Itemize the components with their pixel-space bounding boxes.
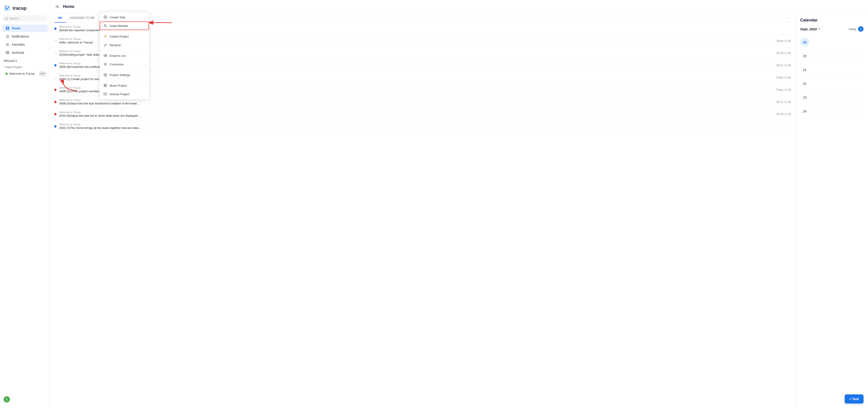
submenu-arrow-icon: › [145, 84, 145, 87]
task-project: Welcome to Tracup [59, 86, 774, 89]
menu-item-move-project[interactable]: Move Project › [100, 81, 149, 90]
task-project: Welcome to Tracup [59, 62, 774, 65]
calendar-day-row[interactable]: 23 [800, 90, 864, 104]
task-time: Today 11:00 [776, 39, 791, 42]
task-name: #006 (3) Invite project members and set … [59, 90, 774, 93]
page-title: Home [63, 4, 74, 9]
add-task-button[interactable]: + Task [845, 395, 864, 404]
menu-item-archive-project[interactable]: Archive Project [100, 90, 149, 98]
task-name: #004 (1) Create project for work managem… [59, 77, 774, 81]
menu-label-project-settings: Project Settings [110, 73, 130, 77]
menu-item-collect-project[interactable]: Collect Project [100, 32, 149, 41]
favorites-icon [5, 42, 9, 47]
task-project: Welcome to Tracup [59, 37, 774, 40]
calendar-month-selector[interactable]: Sept, 2022 [800, 27, 820, 31]
task-project: Welcome to Tracup [59, 50, 774, 53]
calendar-day-row[interactable]: 19 [800, 35, 864, 49]
task-name: #002 (7)The Home brings all the tasks to… [59, 126, 788, 129]
calendar-day-number: 19 [800, 37, 809, 47]
calendar-day-number: 20 [800, 51, 809, 60]
task-status-dot [54, 28, 57, 30]
person-plus-icon [103, 24, 107, 28]
menu-label-move-project: Move Project [110, 84, 127, 87]
add-task-label: + Task [849, 397, 859, 401]
menu-item-project-settings[interactable]: Project Settings [100, 70, 149, 79]
svg-rect-4 [8, 27, 9, 28]
task-item[interactable]: Welcome to Tracup Hello, welcome to Trac… [50, 35, 796, 47]
menu-item-rename[interactable]: Rename [100, 41, 149, 49]
submenu-arrow-icon: › [145, 63, 145, 66]
task-item[interactable]: Welcome to Tracup (6)Add the required co… [50, 23, 796, 35]
menu-label-collect-project: Collect Project [110, 35, 129, 38]
sidebar-item-favorites[interactable]: Favorites [2, 41, 48, 49]
calendar-day-number: 21 [800, 65, 809, 74]
task-status-dot [54, 125, 57, 127]
task-content: Welcome to Tracup #004 (1) Create projec… [59, 74, 774, 81]
calendar-days: 19 20 21 22 23 [800, 35, 864, 118]
task-name: #009 (8)Customize the notification conte… [59, 65, 774, 68]
calendar-day-row[interactable]: 24 [800, 104, 864, 118]
home-icon [5, 26, 9, 30]
task-name: (2)Allocating proper "task status and ty… [59, 53, 774, 56]
svg-rect-5 [6, 29, 7, 30]
svg-rect-16 [104, 93, 107, 94]
task-status-dot [54, 113, 57, 115]
task-item[interactable]: Welcome to Tracup #008 (4)Start from the… [50, 96, 796, 108]
tasks-area: ME ASSIGNED TO ME FOLLOWED BY ME ··· Wel… [50, 13, 868, 408]
menu-item-invite-member[interactable]: Invite Member [100, 22, 149, 30]
task-content: Welcome to Tracup #010 (5)Adjust the tas… [59, 111, 774, 117]
task-name: (6)Add the required components to the Pr… [59, 29, 788, 32]
calendar-today-button[interactable]: Today 1 [848, 26, 864, 32]
menu-item-email-to-list[interactable]: Email to List [100, 51, 149, 60]
new-project-button[interactable]: + New Project [0, 64, 50, 70]
search-icon [5, 17, 8, 20]
sidebar-archived-label: Archived [12, 51, 24, 55]
sidebar-item-archived[interactable]: Archived [2, 49, 48, 57]
menu-label-email-to-list: Email to List [110, 54, 126, 57]
calendar-day-row[interactable]: 20 [800, 49, 864, 63]
tabs-more-button[interactable]: ··· [784, 14, 791, 22]
task-item[interactable]: Welcome to Tracup #006 (3) Invite projec… [50, 84, 796, 96]
circle-plus-icon [103, 15, 107, 19]
task-item[interactable]: Welcome to Tracup #009 (8)Customize the … [50, 59, 796, 71]
sidebar-item-notifications[interactable]: Notifications [2, 33, 48, 40]
new-project-label: + New Project [4, 65, 22, 69]
calendar-panel: Calendar Sept, 2022 Today 1 19 [796, 13, 868, 408]
tracup-logo-icon [4, 4, 11, 12]
task-status-dot [54, 101, 57, 103]
task-item[interactable]: Welcome to Tracup #010 (5)Adjust the tas… [50, 108, 796, 120]
search-box[interactable]: Search [3, 16, 47, 22]
task-content: Welcome to Tracup #006 (3) Invite projec… [59, 86, 774, 93]
task-item[interactable]: Welcome to Tracup #002 (7)The Home bring… [50, 120, 796, 133]
task-item[interactable]: Welcome to Tracup #004 (1) Create projec… [50, 71, 796, 84]
sidebar-item-home[interactable]: Home [2, 24, 48, 32]
calendar-day-number: 22 [800, 79, 809, 88]
user-avatar[interactable]: 1 [4, 396, 10, 403]
sidebar: tracup Search Home Notifications [0, 0, 50, 408]
tab-me[interactable]: ME [54, 13, 66, 23]
task-project: Welcome to Tracup [59, 98, 774, 101]
project-context-menu-button[interactable]: • • • [39, 71, 46, 76]
task-time: 09-20 11:00 [776, 113, 791, 116]
task-name: #008 (4)Start from the task list/shortcu… [59, 102, 774, 105]
task-content: Welcome to Tracup (6)Add the required co… [59, 25, 788, 32]
gear-icon [103, 73, 107, 77]
task-content: Welcome to Tracup #002 (7)The Home bring… [59, 123, 788, 129]
collapse-sidebar-button[interactable]: ≪ [54, 3, 60, 10]
svg-rect-6 [8, 29, 9, 30]
calendar-day-row[interactable]: 21 [800, 63, 864, 77]
menu-item-customize[interactable]: Customize › [100, 60, 149, 68]
project-item-welcome[interactable]: Welcome to Tracup • • • [2, 70, 48, 77]
task-time: 09-21 11:00 [776, 100, 791, 104]
logo-area: tracup [0, 3, 50, 16]
star-icon [103, 34, 107, 38]
project-section-title: Project [0, 57, 50, 64]
chevron-down-icon [818, 28, 820, 30]
calendar-day-row[interactable]: 22 [800, 77, 864, 90]
task-item[interactable]: Welcome to Tracup (2)Allocating proper "… [50, 47, 796, 59]
menu-label-customize: Customize [110, 63, 123, 66]
svg-rect-14 [105, 84, 107, 85]
menu-item-create-task[interactable]: Create Task [100, 13, 149, 22]
svg-rect-3 [6, 27, 7, 28]
tab-assigned-to-me[interactable]: ASSIGNED TO ME [66, 13, 98, 23]
